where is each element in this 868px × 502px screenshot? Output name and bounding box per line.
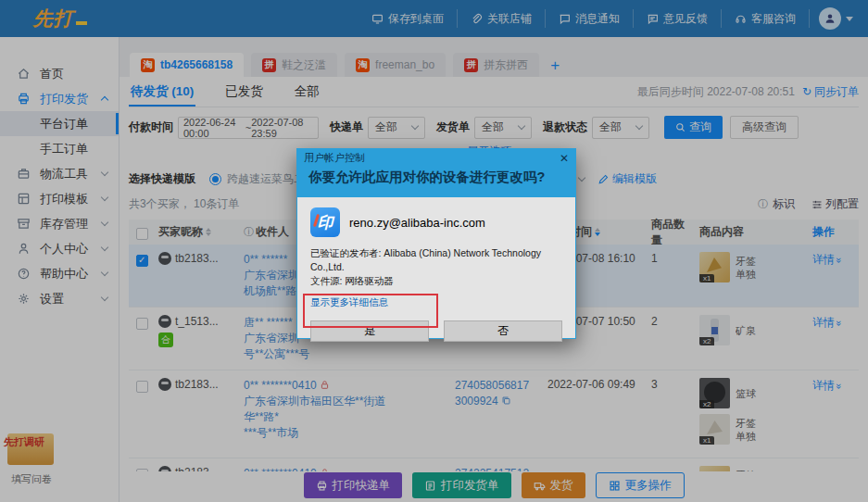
uac-question: 你要允许此应用对你的设备进行更改吗? <box>297 167 575 197</box>
app-window: 先打 保存到桌面 关联店铺 消息通知 意见反馈 客服咨询 <box>0 0 868 502</box>
uac-app-name: reno.zy@alibaba-inc.com <box>349 216 485 230</box>
uac-file-source: 文件源: 网络驱动器 <box>310 274 562 288</box>
uac-no-button[interactable]: 否 <box>444 320 562 342</box>
uac-title-bar: 用户帐户控制 ✕ <box>297 149 575 167</box>
uac-dialog: 用户帐户控制 ✕ 你要允许此应用对你的设备进行更改吗? 印 reno.zy@al… <box>296 148 576 339</box>
uac-yes-button[interactable]: 是 <box>310 320 429 342</box>
app-icon: 印 <box>310 207 340 237</box>
uac-publisher: 已验证的发布者: Alibaba (China) Network Technol… <box>310 246 562 274</box>
app-icon-glyph: 印 <box>318 212 333 233</box>
close-icon[interactable]: ✕ <box>560 153 569 164</box>
uac-body: 印 reno.zy@alibaba-inc.com 已验证的发布者: Aliba… <box>297 197 575 342</box>
uac-title: 用户帐户控制 <box>304 151 365 165</box>
uac-show-details-link[interactable]: 显示更多详细信息 <box>310 296 562 309</box>
